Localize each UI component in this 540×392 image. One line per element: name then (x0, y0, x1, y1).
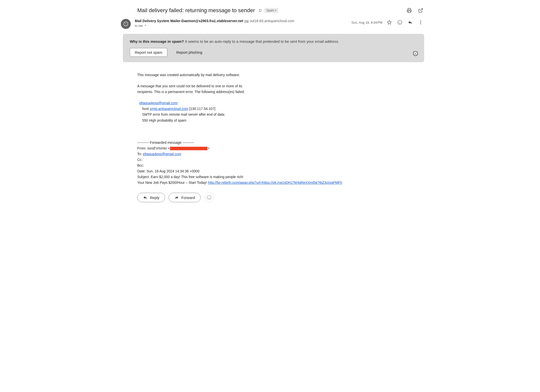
body-line: Subject: Earn $2,000 a day! This free so… (137, 174, 424, 180)
body-text: [130.117.54.107] (188, 107, 215, 111)
emoji-picker-button[interactable] (204, 193, 214, 202)
sender-row: Mail Delivery System Mailer-Daemon@s2903… (116, 19, 424, 29)
failed-email-link[interactable]: eltaqua4exp@gmail.com (139, 101, 178, 105)
print-button[interactable] (406, 7, 413, 14)
body-text: Your New Job Pays $200/Hour – Start Toda… (137, 181, 208, 185)
email-subject: Mail delivery failed: returning message … (137, 7, 255, 14)
forward-label: Forward (181, 196, 195, 200)
body-line: SMTP error from remote mail server after… (137, 112, 424, 117)
sender-name: Mail Delivery System Mailer-Daemon@s2903… (135, 19, 243, 23)
email-timestamp: Sun, Aug 18, 8:04 PM (351, 21, 382, 24)
spam-label-chip[interactable]: Spam × (264, 8, 278, 13)
redacted-block (170, 147, 207, 150)
email-body: This message was created automatically b… (116, 62, 424, 186)
body-text: host (142, 107, 150, 111)
body-text: From: isosEVmmto < (137, 146, 170, 150)
svg-point-3 (398, 20, 402, 25)
body-line: Date: Sun, 18 Aug 2024 14:34:36 +0000 (137, 168, 424, 174)
sender-via-domain: out16-83.antispamcloud.com (250, 19, 294, 23)
more-options-button[interactable] (417, 19, 424, 26)
spam-banner-question: Why is this message in spam? (130, 39, 184, 44)
email-header: Mail delivery failed: returning message … (116, 5, 424, 19)
remove-label-icon[interactable]: × (275, 9, 277, 12)
spam-link[interactable]: http://fw-rebirth.com/away.php?url=https… (208, 181, 342, 185)
body-line: Cc: (137, 157, 424, 163)
body-line: Bcc: (137, 163, 424, 168)
spam-banner: Why is this message in spam? It seems to… (123, 34, 424, 62)
svg-point-4 (420, 21, 421, 21)
body-text: To: (137, 152, 143, 156)
spam-banner-explanation: It seems to be an auto-reply to a messag… (184, 39, 339, 44)
reply-button[interactable]: Reply (137, 193, 165, 202)
to-email-link[interactable]: eltaqua4exp@gmail.com (143, 152, 181, 156)
body-line: A message that you sent could not be del… (137, 83, 424, 89)
svg-point-5 (420, 22, 421, 23)
open-new-window-button[interactable] (417, 7, 424, 14)
body-line: This message was created automatically b… (137, 72, 424, 78)
recipient-line[interactable]: to me (135, 23, 294, 28)
reply-icon-button[interactable] (407, 19, 414, 26)
reply-bar: Reply Forward (116, 186, 424, 202)
reply-label: Reply (150, 196, 159, 200)
report-not-spam-button[interactable]: Report not spam (130, 48, 167, 57)
body-line: ---------- Forwarded message ---------- (137, 140, 424, 146)
important-marker-icon[interactable] (258, 8, 263, 13)
recipient-dropdown-icon[interactable] (143, 23, 147, 28)
sender-avatar (121, 19, 131, 29)
emoji-reaction-button[interactable] (396, 19, 403, 26)
spam-label-text: Spam (266, 9, 274, 12)
report-phishing-button[interactable]: Report phishing (173, 48, 205, 56)
forward-button[interactable]: Forward (169, 193, 201, 202)
svg-point-6 (420, 23, 421, 24)
star-button[interactable] (386, 19, 393, 26)
host-link[interactable]: smtp.antispamcloud.com (150, 107, 188, 111)
recipient-text: to me (135, 24, 143, 28)
body-line: recipients. This is a permanent error. T… (137, 89, 424, 95)
info-icon[interactable] (412, 50, 419, 57)
sender-via-label: via (244, 19, 249, 23)
body-text: > (208, 146, 210, 150)
body-line: 550 High probability of spam (137, 118, 424, 123)
svg-point-10 (207, 196, 211, 200)
